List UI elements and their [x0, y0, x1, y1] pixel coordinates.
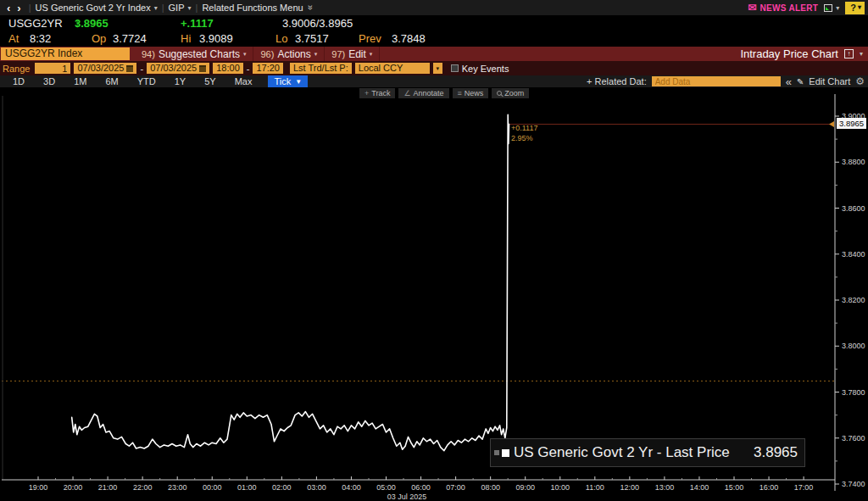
svg-text:20:00: 20:00 [64, 483, 83, 492]
suggested-charts-menu[interactable]: 94) Suggested Charts ▾ [135, 47, 253, 61]
time-from-field[interactable]: 18:00 [213, 63, 243, 74]
svg-text:3.8000: 3.8000 [842, 342, 865, 350]
window-launch-icon [824, 4, 832, 12]
period-3d[interactable]: 3D [34, 76, 64, 86]
related-functions-menu[interactable]: Related Functions Menu « [202, 3, 311, 13]
svg-text:3.7400: 3.7400 [842, 480, 865, 488]
security-field[interactable]: USGG2YR Index [1, 47, 130, 60]
tick-interval-button[interactable]: Tick ▼ [268, 75, 308, 87]
chart-toolbar: + Track ∠ Annotate ≡ News Zoom [359, 88, 529, 98]
svg-text:15:00: 15:00 [725, 483, 744, 492]
svg-text:03:00: 03:00 [307, 483, 326, 492]
related-functions-label: Related Functions Menu [202, 3, 303, 13]
collapse-panel-icon[interactable]: « [786, 75, 792, 88]
range-value-input[interactable] [35, 63, 70, 74]
key-events-label: Key Events [462, 64, 509, 74]
key-events-checkbox[interactable] [451, 64, 459, 72]
related-data-label: + Related Dat: [587, 76, 647, 86]
page-title: Intraday Price Chart [740, 47, 838, 60]
back-icon[interactable]: ‹ [3, 2, 14, 14]
gip-menu-label: GIP [169, 3, 185, 13]
help-label: ? [850, 3, 856, 13]
svg-text:3.7600: 3.7600 [842, 434, 865, 443]
track-button[interactable]: + Track [359, 88, 395, 98]
svg-text:06:00: 06:00 [411, 483, 431, 492]
prev-value: 3.7848 [392, 32, 426, 45]
zoom-button[interactable]: Zoom [492, 88, 529, 98]
period-5y[interactable]: 5Y [195, 76, 225, 86]
news-icon: ≡ [458, 90, 462, 97]
currency-field[interactable]: Local CCY [355, 63, 430, 74]
price-type-field[interactable]: Lst Trd/Lst P: [290, 63, 352, 74]
edit-menu[interactable]: 97) Edit ▾ [325, 47, 380, 61]
annotate-button[interactable]: ∠ Annotate [398, 88, 448, 98]
chevron-down-icon: ▼ [295, 78, 302, 86]
gip-menu[interactable]: GIP ▾ [169, 3, 192, 13]
open-label: Op [92, 32, 106, 45]
divider: | [158, 3, 169, 13]
security-menu[interactable]: US Generic Govt 2 Yr Index ▾ [36, 3, 158, 13]
period-ytd[interactable]: YTD [128, 76, 165, 86]
svg-text:19:00: 19:00 [29, 483, 48, 492]
at-time: 8:32 [30, 32, 51, 45]
news-button[interactable]: ≡ News [453, 88, 489, 98]
double-chevron-down-icon: « [304, 5, 314, 10]
chevron-down-icon[interactable]: ▾ [860, 50, 863, 58]
svg-text:14:00: 14:00 [690, 483, 709, 492]
svg-text:08:00: 08:00 [481, 483, 500, 492]
edit-chart-button[interactable]: Edit Chart [809, 76, 850, 86]
svg-text:00:00: 00:00 [203, 483, 222, 492]
svg-text:23:00: 23:00 [168, 483, 187, 492]
range-bar: Range 07/03/2025 - 07/03/2025 18:00 - 17… [0, 61, 868, 75]
svg-text:3.8600: 3.8600 [842, 204, 865, 213]
period-1d[interactable]: 1D [3, 76, 34, 86]
time-to-field[interactable]: 17:20 [253, 63, 283, 74]
bid-ask: 3.9006/3.8965 [282, 17, 353, 30]
svg-text:13:00: 13:00 [655, 483, 675, 492]
ticker: USGG2YR [8, 17, 63, 30]
period-max[interactable]: Max [225, 76, 262, 86]
period-1y[interactable]: 1Y [165, 76, 195, 86]
svg-text:07:00: 07:00 [446, 483, 465, 492]
period-1m[interactable]: 1M [64, 76, 96, 86]
chevron-down-icon: ▾ [836, 4, 839, 12]
svg-text:17:00: 17:00 [794, 483, 814, 492]
svg-text:3.7800: 3.7800 [842, 388, 865, 397]
date-separator: - [140, 64, 143, 74]
open-value: 3.7724 [113, 32, 147, 45]
svg-text:03 Jul 2025: 03 Jul 2025 [387, 493, 427, 501]
date-from-field[interactable]: 07/03/2025 [74, 63, 136, 74]
period-6m[interactable]: 6M [96, 76, 127, 86]
high-value: 3.9089 [199, 32, 233, 45]
svg-text:02:00: 02:00 [272, 483, 292, 492]
function-toolbar: USGG2YR Index 94) Suggested Charts ▾ 96)… [0, 47, 868, 61]
annotation-change: +0.1117 [511, 123, 537, 133]
currency-dropdown-icon[interactable]: ▾ [433, 63, 442, 74]
chevron-down-icon: ▾ [858, 3, 861, 11]
net-change: +.1117 [181, 17, 214, 30]
window-launch-button[interactable]: ▾ [824, 4, 839, 12]
news-alert-label: NEWS ALERT [760, 3, 818, 13]
chevron-down-icon: ▾ [243, 51, 247, 58]
calendar-icon [199, 65, 206, 72]
forward-icon[interactable]: › [14, 2, 24, 14]
svg-text:3.8200: 3.8200 [842, 296, 865, 304]
add-data-input[interactable] [652, 76, 781, 86]
high-label: Hi [181, 32, 191, 45]
chart-area: 19:0020:0021:0022:0023:0000:0001:0002:00… [0, 87, 868, 501]
at-label: At [8, 32, 19, 45]
last-price-axis-label: 3.8965 [837, 118, 866, 129]
chart-legend[interactable]: US Generic Govt 2 Yr - Last Price 3.8965 [490, 438, 805, 467]
export-icon[interactable]: ↑ [844, 49, 854, 58]
help-button[interactable]: ? ▾ [845, 2, 865, 14]
date-to-field[interactable]: 07/03/2025 [147, 63, 209, 74]
news-alert-button[interactable]: ✉ NEWS ALERT [748, 3, 818, 13]
chevron-down-icon: ▾ [314, 51, 318, 58]
legend-last-value: 3.8965 [754, 444, 798, 461]
svg-text:10:00: 10:00 [550, 483, 570, 492]
actions-menu[interactable]: 96) Actions ▾ [253, 47, 325, 61]
annotate-icon: ∠ [403, 90, 410, 97]
legend-marker-icon [494, 450, 499, 455]
svg-text:05:00: 05:00 [376, 483, 396, 492]
gear-icon[interactable]: ⚙ [855, 75, 865, 87]
